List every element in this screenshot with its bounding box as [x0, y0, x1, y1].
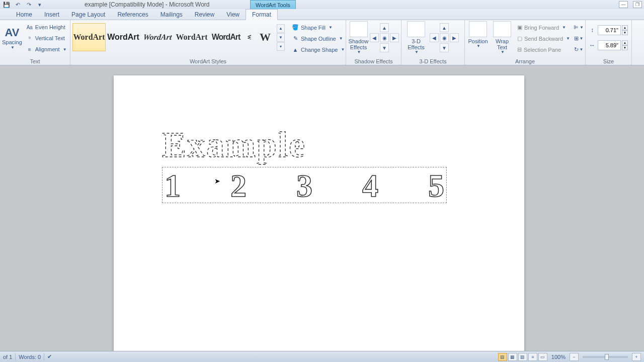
shadow-icon [350, 21, 368, 37]
chevron-down-icon: ▼ [476, 44, 480, 49]
group-arrange: Position ▼ Wrap Text ▼ ▣Bring Forward▼ ▢… [465, 20, 586, 65]
align-button[interactable]: ⊫▼ [574, 22, 583, 33]
wordart-object-numbers[interactable]: 1 2 3 4 5 [162, 167, 447, 203]
save-icon[interactable]: 💾 [2, 1, 11, 9]
window-title: example [Compatibility Mode] - Microsoft… [85, 1, 210, 8]
shadow-nudge-down[interactable]: ▼ [380, 43, 389, 52]
group-label-size: Size [588, 57, 629, 65]
spellcheck-icon[interactable]: ✔ [47, 353, 52, 360]
tab-format[interactable]: Format [246, 9, 278, 20]
spacing-button[interactable]: AV Spacing ▼ [2, 21, 22, 54]
view-print-layout[interactable]: ▤ [498, 353, 507, 361]
shadow-nudge-right[interactable]: ▶ [390, 33, 399, 42]
wordart-style-7[interactable]: W [256, 23, 275, 51]
restore-button[interactable]: ❐ [633, 1, 642, 8]
wordart-style-3[interactable]: WordArt [139, 23, 176, 51]
3d-tilt-down[interactable]: ▼ [440, 43, 449, 52]
zoom-in-button[interactable]: + [632, 353, 641, 361]
3d-tilt-right[interactable]: ▶ [450, 33, 459, 42]
even-height-button[interactable]: AaEven Height [24, 22, 69, 32]
shadow-nudge-up[interactable]: ▲ [380, 23, 389, 32]
wordart-style-gallery: WordArt WordArt WordArt WordArt WordArt … [72, 21, 285, 51]
position-button[interactable]: Position ▼ [467, 21, 489, 49]
undo-icon[interactable]: ↶ [13, 1, 22, 9]
tab-references[interactable]: References [111, 10, 154, 20]
height-up[interactable]: ▲ [622, 25, 628, 30]
tab-view[interactable]: View [220, 10, 246, 20]
3d-tilt-up[interactable]: ▲ [440, 23, 449, 32]
document-area[interactable]: Example 1 2 3 4 5 ➤ [0, 65, 644, 351]
rotate-button[interactable]: ↻▼ [574, 44, 583, 55]
wordart-style-2[interactable]: WordArt [107, 23, 140, 51]
chevron-down-icon: ▼ [339, 36, 343, 41]
minimize-button[interactable]: — [619, 1, 628, 8]
view-web-layout[interactable]: ▨ [518, 353, 527, 361]
bring-forward-icon: ▣ [517, 24, 522, 31]
height-input[interactable] [598, 25, 621, 35]
redo-icon[interactable]: ↷ [24, 1, 33, 9]
vertical-text-button[interactable]: ᵇVertical Text [24, 33, 69, 43]
alignment-button[interactable]: ≡Alignment▼ [24, 44, 69, 54]
change-shape-button[interactable]: ▲Change Shape▼ [290, 44, 347, 55]
tab-home[interactable]: Home [10, 10, 38, 20]
page[interactable]: Example 1 2 3 4 5 ➤ [114, 75, 524, 351]
width-down[interactable]: ▼ [622, 45, 628, 50]
paint-bucket-icon: 🪣 [292, 24, 299, 31]
wordart-style-4[interactable]: WordArt [175, 23, 208, 51]
height-down[interactable]: ▼ [622, 30, 628, 35]
zoom-slider[interactable] [583, 356, 628, 358]
gallery-scroll-down[interactable]: ▼ [277, 33, 285, 42]
chevron-down-icon: ▼ [415, 50, 419, 55]
status-words: Words: 0 [19, 354, 41, 360]
group-text: AV Spacing ▼ AaEven Height ᵇVertical Tex… [0, 20, 70, 65]
view-full-screen[interactable]: ▦ [508, 353, 517, 361]
3d-icon [407, 21, 425, 37]
group-size: ↕ ▲▼ ↔ ▲▼ Size [586, 20, 632, 65]
tab-review[interactable]: Review [189, 10, 220, 20]
3d-toggle[interactable]: ◉ [440, 33, 449, 42]
group-wordart-styles: WordArt WordArt WordArt WordArt WordArt … [70, 20, 346, 65]
bring-forward-button[interactable]: ▣Bring Forward▼ [515, 22, 572, 33]
shadow-nudge-left[interactable]: ◀ [370, 33, 379, 42]
title-bar: 💾 ↶ ↷ ▾ example [Compatibility Mode] - M… [0, 0, 644, 9]
wordart-style-5[interactable]: WordArt [209, 23, 243, 51]
shape-fill-button[interactable]: 🪣Shape Fill▼ [290, 22, 347, 33]
gallery-scroll-up[interactable]: ▲ [277, 24, 285, 33]
3d-tilt-left[interactable]: ◀ [430, 33, 439, 42]
selection-pane-button[interactable]: ⊟Selection Pane [515, 44, 572, 55]
gallery-more-button[interactable]: ▾ [277, 42, 285, 51]
spacing-icon: AV [5, 26, 19, 39]
chevron-down-icon: ▼ [329, 25, 333, 30]
wordart-style-6[interactable]: W [244, 23, 255, 51]
chevron-down-icon: ▼ [63, 47, 67, 52]
chevron-down-icon: ▼ [341, 47, 345, 52]
tab-mailings[interactable]: Mailings [154, 10, 189, 20]
zoom-out-button[interactable]: − [570, 353, 579, 361]
qat-customize-icon[interactable]: ▾ [35, 1, 44, 9]
group-button[interactable]: ⊞▼ [574, 33, 583, 44]
chevron-down-icon: ▼ [562, 25, 566, 30]
view-draft[interactable]: ▭ [538, 353, 547, 361]
send-backward-button[interactable]: ▢Send Backward▼ [515, 33, 572, 44]
even-height-icon: Aa [26, 25, 33, 30]
tab-page-layout[interactable]: Page Layout [65, 10, 111, 20]
3d-effects-button[interactable]: 3-D Effects ▼ [404, 21, 429, 55]
zoom-thumb[interactable] [605, 354, 609, 360]
3d-tilt-grid: ▲ ◀◉▶ ▼ [430, 21, 459, 52]
shadow-effects-button[interactable]: Shadow Effects ▼ [348, 21, 369, 55]
shadow-toggle[interactable]: ◉ [380, 33, 389, 42]
zoom-level[interactable]: 100% [551, 354, 566, 360]
shape-outline-button[interactable]: ✎Shape Outline▼ [290, 33, 347, 44]
group-label-arrange: Arrange [467, 57, 583, 65]
width-input[interactable] [598, 40, 621, 50]
wrap-text-button[interactable]: Wrap Text ▼ [491, 21, 513, 55]
group-label-wordart-styles: WordArt Styles [72, 57, 344, 65]
vertical-text-icon: ᵇ [26, 36, 33, 41]
status-bar: of 1 Words: 0 ✔ ▤ ▦ ▨ ≡ ▭ 100% − + [0, 351, 644, 362]
tab-insert[interactable]: Insert [38, 10, 65, 20]
pencil-icon: ✎ [292, 35, 299, 42]
chevron-down-icon: ▼ [566, 36, 570, 41]
width-up[interactable]: ▲ [622, 40, 628, 45]
wordart-style-1[interactable]: WordArt [72, 23, 106, 51]
view-outline[interactable]: ≡ [528, 353, 537, 361]
